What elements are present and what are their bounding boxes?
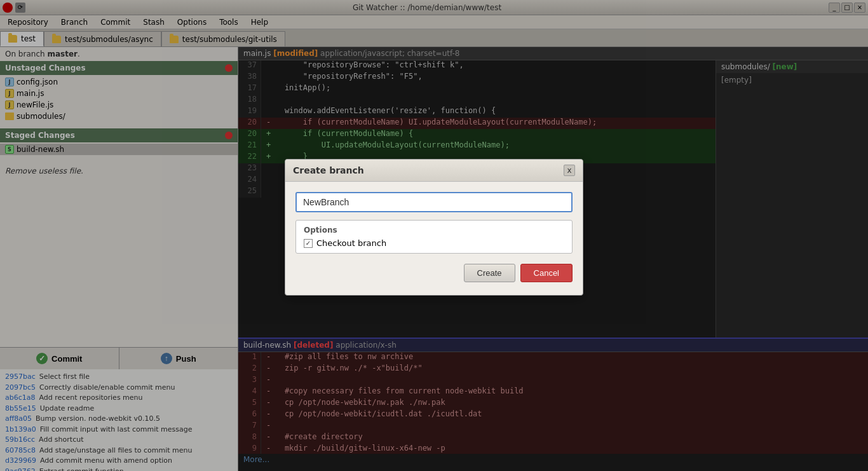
cancel-button[interactable]: Cancel bbox=[520, 264, 573, 282]
create-branch-button[interactable]: Create bbox=[464, 264, 515, 282]
modal-title: Create branch bbox=[293, 165, 364, 175]
checkout-branch-row: ✓ Checkout branch bbox=[304, 238, 564, 248]
modal-header: Create branch x bbox=[285, 160, 583, 182]
options-legend: Options bbox=[304, 226, 564, 235]
checkout-label: Checkout branch bbox=[316, 238, 386, 248]
modal-footer: Create Cancel bbox=[295, 264, 573, 285]
modal-overlay: Create branch x Options ✓ Checkout branc… bbox=[0, 0, 868, 471]
modal-close-button[interactable]: x bbox=[564, 165, 575, 176]
modal-body: Options ✓ Checkout branch Create Cancel bbox=[285, 182, 583, 295]
create-branch-modal: Create branch x Options ✓ Checkout branc… bbox=[285, 159, 583, 296]
checkout-checkbox[interactable]: ✓ bbox=[304, 239, 313, 248]
branch-name-input[interactable] bbox=[295, 192, 573, 212]
